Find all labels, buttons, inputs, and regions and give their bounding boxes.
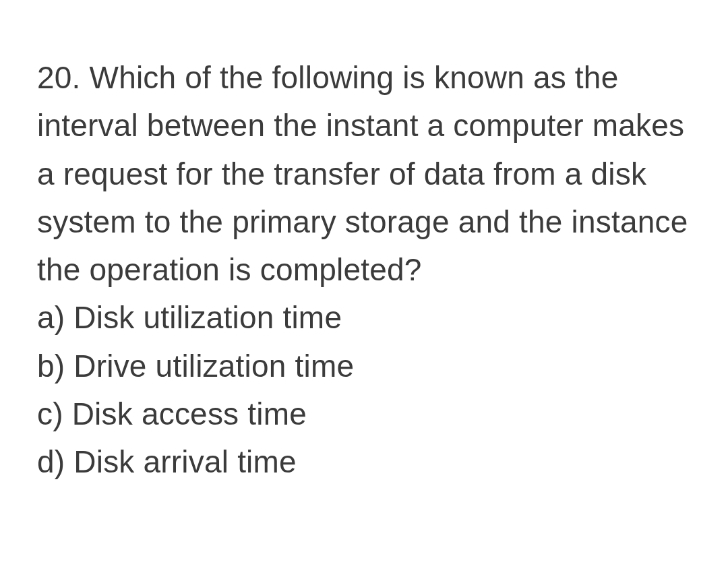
option-text: Disk arrival time bbox=[73, 444, 297, 479]
option-a: a) Disk utilization time bbox=[37, 294, 691, 342]
option-c: c) Disk access time bbox=[37, 390, 691, 438]
option-b: b) Drive utilization time bbox=[37, 342, 691, 390]
question-body: Which of the following is known as the i… bbox=[37, 60, 688, 287]
option-label: a) bbox=[37, 300, 65, 335]
question-number: 20. bbox=[37, 60, 81, 95]
option-label: c) bbox=[37, 396, 63, 431]
option-text: Disk access time bbox=[72, 396, 307, 431]
option-label: d) bbox=[37, 444, 65, 479]
option-label: b) bbox=[37, 348, 65, 384]
option-d: d) Disk arrival time bbox=[37, 438, 691, 486]
option-text: Drive utilization time bbox=[73, 348, 354, 384]
option-text: Disk utilization time bbox=[73, 300, 342, 335]
question-stem: 20. Which of the following is known as t… bbox=[37, 54, 691, 294]
